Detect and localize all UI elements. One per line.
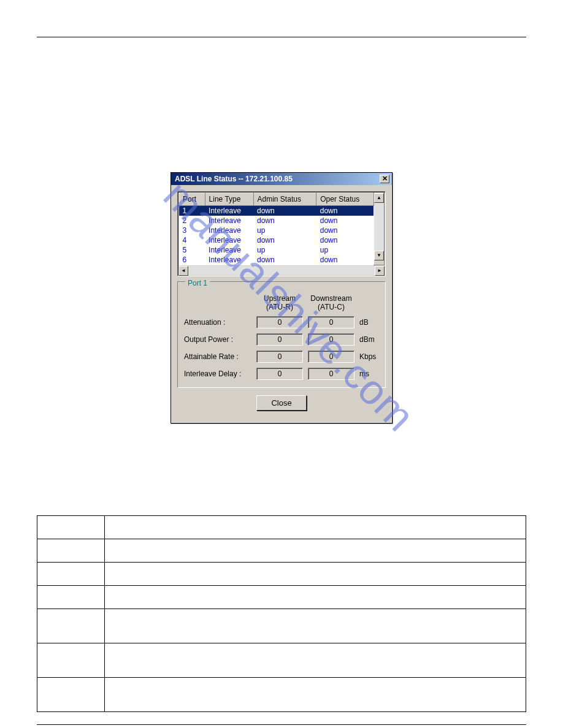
dialog-titlebar[interactable]: ADSL Line Status -- 172.21.100.85 ✕ [171,173,392,185]
downstream-header: Downstream (ATU-C) [308,294,354,312]
description-table [37,515,526,712]
attainable-rate-up: 0 [256,351,303,363]
output-power-unit: dBm [359,335,384,344]
attenuation-up: 0 [256,316,303,328]
table-row[interactable]: 1Interleavedowndown [179,206,385,216]
bottom-divider [37,724,526,725]
attainable-rate-unit: Kbps [359,352,384,361]
upstream-header: Upstream (ATU-R) [256,294,303,312]
output-power-up: 0 [256,333,303,346]
port-table: Port Line Type Admin Status Oper Status … [177,191,386,276]
table-row[interactable]: 3Interleaveupdown [179,226,385,235]
col-admin-status[interactable]: Admin Status [253,193,316,206]
attenuation-down: 0 [308,316,354,328]
details-legend: Port 1 [185,279,210,287]
scrollbar-track[interactable] [374,203,384,251]
output-power-label: Output Power : [184,335,251,344]
attenuation-unit: dB [359,318,384,327]
interleave-delay-unit: ms [359,370,384,378]
scroll-left-icon[interactable]: ◄ [178,266,188,276]
horizontal-scrollbar[interactable]: ◄ ► [178,265,385,275]
scroll-up-icon[interactable]: ▲ [374,193,384,203]
top-divider [37,37,526,37]
attainable-rate-label: Attainable Rate : [184,352,251,361]
scroll-right-icon[interactable]: ► [375,266,385,276]
interleave-delay-label: Interleave Delay : [184,370,251,378]
interleave-delay-down: 0 [308,368,354,380]
table-row[interactable]: 5Interleaveupup [179,245,385,255]
table-row[interactable]: 4Interleavedowndown [179,235,385,245]
scroll-down-icon[interactable]: ▼ [374,251,384,260]
interleave-delay-up: 0 [256,368,303,380]
col-oper-status[interactable]: Oper Status [316,193,374,206]
table-header-row: Port Line Type Admin Status Oper Status … [179,193,385,206]
table-row[interactable]: 6Interleavedowndown [179,255,385,265]
adsl-line-status-dialog: ADSL Line Status -- 172.21.100.85 ✕ Port… [170,172,393,423]
port-details-group: Port 1 Upstream (ATU-R) Downstream (ATU-… [177,281,386,389]
table-row[interactable]: 2Interleavedowndown [179,216,385,226]
output-power-down: 0 [308,333,354,346]
dialog-title: ADSL Line Status -- 172.21.100.85 [175,175,293,183]
attainable-rate-down: 0 [308,351,354,363]
attenuation-label: Attenuation : [184,318,251,327]
col-port[interactable]: Port [179,193,205,206]
close-button[interactable]: Close [256,395,307,411]
col-line-type[interactable]: Line Type [205,193,253,206]
close-icon[interactable]: ✕ [380,175,389,183]
